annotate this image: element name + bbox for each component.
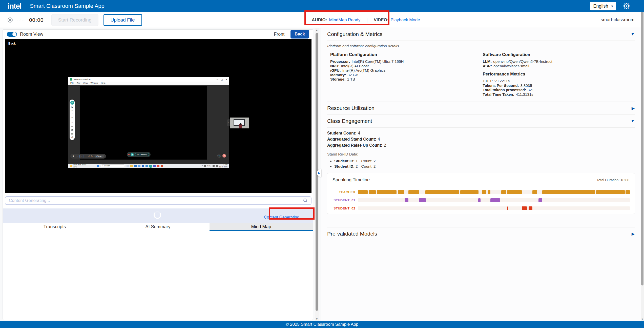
speaking-segment [460,190,479,194]
platform-item: NPU:Intel(R) AI Boost [330,64,483,68]
teacher-head [240,123,241,125]
room-view-header: Room View Front Back [3,30,313,39]
software-configuration-column: Software ConfigurationLLM:openvino/Qwen/… [483,49,635,97]
board-control-icon-0: ❖ [72,155,74,158]
scroll-down-icon[interactable]: ▼ [315,317,319,321]
platform-item: iGPU:Intel(R) Arc(TM) Graphics [330,68,483,73]
outlook-icon [134,165,137,167]
thumbnail-collapse-handle[interactable]: ‹ [227,119,230,126]
task-view-icon [127,165,129,167]
lasso-tool: ◌ [71,121,73,124]
section-title: Pre-validated Models [327,231,377,237]
room-view-toggle[interactable] [7,32,17,37]
tab-transcripts[interactable]: Transcripts [3,223,106,231]
expand-triangle-icon[interactable]: ▶ [632,231,635,236]
store-icon [142,165,144,167]
content-search-input[interactable] [5,196,311,205]
gear-icon[interactable]: ⚙ [623,2,630,10]
video-corner-label: Back [8,42,16,45]
minimize-icon: – [217,78,218,81]
captured-desktop-window: Roombr Session –▢✕ FileEditViewWindowHel… [68,77,229,168]
language-select[interactable]: English ▾ [590,2,616,10]
teams-icon [153,165,156,167]
board-control-icon-8: ↻ [91,155,93,158]
collapse-triangle-icon[interactable]: ▼ [631,119,635,123]
timeline-speaker-label: STUDENT_01 [332,198,355,202]
timeline-row-student_01: STUDENT_01 [332,198,630,202]
tab-mind-map[interactable]: Mind Map [210,223,313,231]
whiteboard-body: ✎◪➢∕T◌▭▣▦↺ ❖∣‹∥›∣+↺↻Clean ▣ ▭ Desktop ↻ … [68,85,229,164]
section-title: Configuration & Metrics [327,31,382,37]
maximize-icon: ▢ [221,78,223,81]
window-controls: –▢✕ [217,78,227,81]
language-value: English [593,4,608,9]
section-prevalidated-models[interactable]: Pre-validated Models ▶ [327,227,635,240]
speaking-segment [408,190,419,194]
taskbar-weather: Rainy days ahead 28°C [70,164,95,168]
performance-metrics-group: Performance MetricsTTFT:29.2211sTokens P… [483,72,635,97]
room-view-label: Room View [20,32,43,37]
room-video: Back Roombr Session –▢✕ FileEditViewWind… [5,39,311,193]
engagement-metrics: Student Count:4Aggregated Stand Count:4A… [327,128,635,147]
content-search-row [5,196,311,205]
record-dot-icon [128,154,130,155]
performance-heading: Performance Metrics [483,72,635,77]
upload-file-button[interactable]: Upload File [103,14,142,26]
speaking-segment [482,190,486,194]
speaking-segment [542,190,595,194]
whiteboard-toolbar: ✎◪➢∕T◌▭▣▦↺ [70,100,75,140]
reid-list: Student ID: 1Count: 2Student ID: 2Count:… [334,158,635,169]
expand-triangle-icon[interactable]: ▶ [632,106,635,111]
scroll-up-icon[interactable]: ▲ [315,28,319,32]
board-control-icon-3: ∥ [79,155,81,158]
timeline-track [358,206,630,210]
record-indicator-icon [8,17,13,23]
content-generating-link[interactable]: Content Generating... [264,215,303,220]
metrics-panel: Configuration & Metrics ▼ Platform and s… [321,28,641,321]
section-subtitle: Platform and software configuration deta… [327,41,635,48]
powerpoint-icon [161,165,163,167]
software-item: LLM:openvino/Qwen/Qwen2-7B-Instruct [483,59,635,64]
wifi-icon [213,165,215,167]
window-menubar: FileEditViewWindowHelp [68,82,229,85]
timeline-header: Speaking Timeline Total Duration: 10:00 [332,176,630,186]
grid-tool: ▦ [71,132,73,135]
section-resource-utilization[interactable]: Resource Utilization ▶ [327,102,635,115]
tray-language: ENG [207,165,211,167]
start-recording-button[interactable]: Start Recording [51,14,98,26]
platform-configuration-column: Platform ConfigurationProcessor:Intel(R)… [330,49,483,97]
speaking-segment [626,190,630,194]
video-status-label: VIDEO: [374,17,389,23]
engagement-metric: Student Count:4 [327,131,635,135]
desktop-mode-button: ▭ Desktop [135,153,149,156]
collapse-triangle-icon[interactable]: ▼ [631,32,635,36]
section-configuration-metrics[interactable]: Configuration & Metrics ▼ [327,28,635,41]
speaking-segment [490,198,500,202]
front-camera-button[interactable]: Front [270,30,288,38]
scroll-down-icon[interactable]: ▼ [641,317,644,321]
tab-ai-summary[interactable]: AI Summary [106,223,210,231]
timeline-speaker-label: TEACHER [332,190,355,194]
platform-heading: Platform Configuration [330,52,483,57]
search-icon[interactable] [303,198,308,203]
performance-item: Tokens Per Second:3.8035 [483,83,635,88]
monitor-icon: ▭ [137,153,139,156]
back-camera-button[interactable]: Back [290,30,309,38]
timeline-track [358,190,630,194]
menu-item-file: File [70,82,74,84]
windows-start-icon [97,165,99,167]
speaking-segment [425,190,459,194]
scrollbar-thumb[interactable] [641,10,643,285]
board-control-icon-1: ∣ [75,155,77,158]
pages-tool: ▭ [71,125,73,127]
right-panel-scrollbar[interactable]: ▲ ▼ [641,5,644,321]
top-app-bar: intel Smart Classroom Sample App English… [0,0,644,12]
roombr-icon [149,165,152,167]
menu-item-view: View [83,82,88,84]
close-icon: ✕ [225,78,227,81]
configuration-columns: Platform ConfigurationProcessor:Intel(R)… [327,48,635,102]
webcam-thumbnail [230,118,249,128]
platform-item: Processor:Intel(R) Core(TM) Ultra 7 155H [330,59,483,64]
platform-item: Storage:1 TB [330,77,483,82]
section-class-engagement[interactable]: Class Engagement ▼ [327,115,635,128]
